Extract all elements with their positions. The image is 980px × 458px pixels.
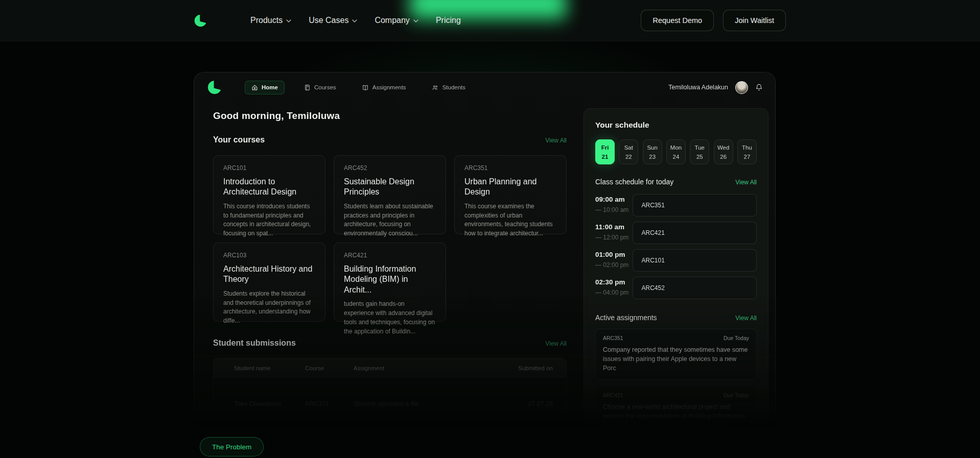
day-picker: Fri 21 Sat 22 Sun 23 Mon 24 Tue 25	[595, 139, 757, 164]
time-block: 11:00 am — 12:00 pm	[595, 222, 633, 241]
schedule-panel: Your schedule Fri 21 Sat 22 Sun 23 Mon 2…	[584, 108, 768, 435]
app-logo-icon[interactable]	[207, 80, 222, 95]
schedule-title: Your schedule	[595, 120, 757, 130]
course-code: ARC452	[344, 164, 436, 172]
assignment-card[interactable]: ARC351 Due Today Company reported that t…	[595, 329, 757, 380]
time-block: 01:00 pm — 02:00 pm	[595, 249, 633, 269]
course-code: ARC351	[464, 164, 556, 172]
day-date: 25	[696, 154, 703, 160]
class-schedule-title: Class schedule for today	[595, 178, 673, 186]
course-card[interactable]: ARC452 Sustainable Design Principles Stu…	[334, 155, 446, 234]
time-end: — 04:00 pm	[595, 289, 633, 296]
nav-item-use-cases[interactable]: Use Cases	[309, 16, 357, 25]
nav-item-products[interactable]: Products	[250, 16, 291, 25]
class-schedule-row: 02:30 pm — 04:00 pm ARC452	[595, 277, 757, 299]
column-header-course: Course	[305, 365, 354, 371]
course-card[interactable]: ARC351 Urban Planning and Design This co…	[454, 155, 567, 234]
brand-logo-icon[interactable]	[194, 14, 207, 28]
cell-assignment: Student uploaded a file	[354, 400, 497, 407]
day-cell-wed[interactable]: Wed 26	[714, 139, 733, 164]
class-card[interactable]: ARC421	[633, 222, 757, 244]
tab-home[interactable]: Home	[245, 81, 285, 94]
time-end: — 02:00 pm	[595, 261, 633, 269]
submissions-view-all-link[interactable]: View All	[545, 340, 567, 347]
tab-label: Assignments	[372, 84, 406, 90]
cell-course: ARC101	[305, 400, 354, 407]
assignment-text: Choose a real-world architectural projec…	[603, 403, 749, 437]
open-book-icon	[362, 84, 369, 91]
time-start: 11:00 am	[595, 223, 633, 231]
notifications-bell-icon[interactable]	[755, 83, 763, 91]
class-card[interactable]: ARC452	[633, 277, 757, 299]
class-schedule-list: 09:00 am — 10:00 am ARC351 11:00 am — 12…	[595, 194, 757, 299]
day-date: 27	[744, 154, 751, 160]
the-problem-section-pill[interactable]: The Problem	[200, 437, 264, 456]
day-date: 26	[720, 154, 727, 160]
chevron-down-icon	[352, 19, 357, 22]
request-demo-button[interactable]: Request Demo	[641, 10, 714, 31]
course-title: Building Information Modeling (BIM) in A…	[344, 264, 436, 295]
assignments-list: ARC351 Due Today Company reported that t…	[595, 329, 757, 437]
course-card[interactable]: ARC421 Building Information Modeling (BI…	[334, 243, 446, 322]
tab-assignments[interactable]: Assignments	[356, 81, 412, 94]
course-code: ARC103	[223, 252, 315, 259]
user-avatar[interactable]	[735, 81, 748, 94]
time-block: 09:00 am — 10:00 am	[595, 194, 633, 213]
tab-label: Students	[442, 84, 465, 90]
course-description: tudents gain hands-on experience with ad…	[344, 300, 436, 336]
class-schedule-view-all-link[interactable]: View All	[735, 179, 757, 186]
assignment-course-code: ARC351	[603, 335, 623, 341]
greeting-heading: Good morning, Temiloluwa	[213, 110, 567, 122]
assignments-view-all-link[interactable]: View All	[735, 315, 757, 322]
day-cell-mon[interactable]: Mon 24	[666, 139, 686, 164]
cell-submitted-on: 27.07.23	[497, 400, 553, 407]
users-icon	[432, 84, 439, 91]
dashboard-main-column: Good morning, Temiloluwa Your courses Vi…	[213, 98, 567, 437]
user-name: Temiloluwa Adelakun	[668, 84, 728, 91]
class-card[interactable]: ARC101	[633, 249, 757, 272]
tab-label: Courses	[314, 84, 336, 90]
time-start: 02:30 pm	[595, 278, 633, 286]
course-description: Students explore the historical and theo…	[223, 290, 315, 326]
dashboard-tabs: Home Courses Assignments	[245, 81, 472, 94]
course-title: Urban Planning and Design	[464, 177, 556, 198]
join-waitlist-button[interactable]: Join Waitlist	[723, 10, 786, 31]
time-end: — 12:00 pm	[595, 234, 633, 241]
assignment-due-badge: Due Today	[724, 335, 749, 341]
course-title: Architectural History and Theory	[223, 264, 315, 285]
day-name: Mon	[670, 144, 682, 151]
course-description: Students learn about sustainable practic…	[344, 202, 436, 238]
book-icon	[304, 84, 311, 91]
tab-students[interactable]: Students	[426, 81, 472, 94]
column-header-submitted: Submitted on	[497, 365, 553, 371]
courses-view-all-link[interactable]: View All	[545, 137, 567, 144]
course-title: Introduction to Architectural Design	[223, 177, 315, 198]
table-row[interactable]: Toke Oluwakemi ARC101 Student uploaded a…	[214, 429, 566, 437]
course-card[interactable]: ARC101 Introduction to Architectural Des…	[213, 155, 325, 234]
day-date: 23	[649, 154, 656, 160]
course-title: Sustainable Design Principles	[344, 177, 436, 198]
day-date: 21	[602, 154, 609, 160]
nav-item-company[interactable]: Company	[375, 16, 418, 25]
tab-courses[interactable]: Courses	[298, 81, 342, 94]
day-cell-tue[interactable]: Tue 25	[690, 139, 709, 164]
nav-item-label: Company	[375, 16, 409, 25]
submissions-table-header: Student name Course Assignment Submitted…	[214, 358, 566, 378]
column-header-assignment: Assignment	[354, 365, 497, 371]
class-schedule-row: 11:00 am — 12:00 pm ARC421	[595, 222, 757, 244]
day-cell-sat[interactable]: Sat 22	[619, 139, 638, 164]
nav-item-pricing[interactable]: Pricing	[436, 16, 461, 25]
class-schedule-row: 09:00 am — 10:00 am ARC351	[595, 194, 757, 216]
dashboard-preview-panel: Home Courses Assignments	[194, 72, 776, 437]
course-description: This course examines the complexities of…	[464, 202, 556, 238]
assignment-card[interactable]: ARC421 Due Today Choose a real-world arc…	[595, 386, 757, 437]
table-row[interactable]: Toke Oluwakemi ARC101 Student uploaded a…	[214, 378, 566, 429]
day-cell-fri[interactable]: Fri 21	[595, 139, 615, 164]
day-name: Fri	[601, 144, 609, 151]
day-cell-thu[interactable]: Thu 27	[737, 139, 757, 164]
class-card[interactable]: ARC351	[633, 194, 757, 216]
course-grid: ARC101 Introduction to Architectural Des…	[213, 155, 567, 322]
course-card[interactable]: ARC103 Architectural History and Theory …	[213, 243, 325, 322]
day-name: Thu	[742, 144, 752, 151]
day-cell-sun[interactable]: Sun 23	[643, 139, 662, 164]
